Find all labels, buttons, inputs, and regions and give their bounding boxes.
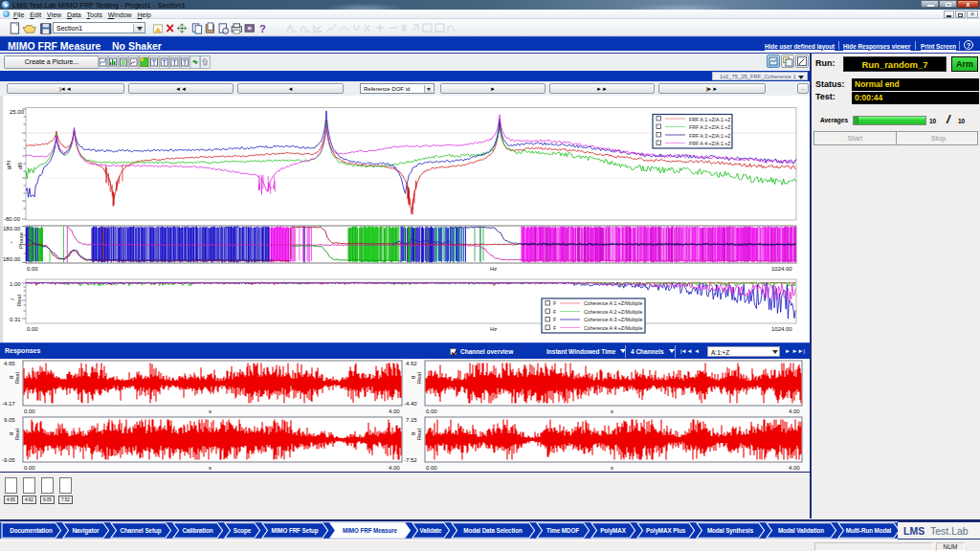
svg-text:Channel Setup: Channel Setup [121,527,162,535]
svg-text:F: F [553,325,556,331]
svg-text:s: s [611,408,613,414]
svg-text:Calibration: Calibration [183,527,213,534]
svg-text:Navigator: Navigator [72,527,100,535]
svg-text:s: s [209,408,212,414]
svg-text:1024.00: 1024.00 [771,326,792,332]
svg-text:Coherence A:3:+Z/Multiple: Coherence A:3:+Z/Multiple [584,317,642,322]
svg-text:180.00: 180.00 [3,226,21,231]
svg-text:1.00: 1.00 [10,281,21,287]
svg-text:4.00: 4.00 [389,465,400,471]
svg-text:MIMO FRF Measure: MIMO FRF Measure [343,527,397,534]
svg-text:Multi-Run Modal: Multi-Run Modal [846,527,892,534]
svg-text:Modal Validation: Modal Validation [778,527,824,534]
svg-text:0.00: 0.00 [426,408,437,414]
svg-text:4.65: 4.65 [4,361,15,366]
svg-text:FRF A:1:+Z/A:1:+Z: FRF A:1:+Z/A:1:+Z [689,117,731,122]
svg-text:-7.52: -7.52 [404,457,417,463]
svg-text:FRF A:2:+Z/A:1:+Z: FRF A:2:+Z/A:1:+Z [689,124,731,130]
svg-text:0.00: 0.00 [27,266,38,272]
svg-text:F: F [553,309,556,315]
svg-text:Validate: Validate [419,527,442,534]
svg-text:MIMO FRF Setup: MIMO FRF Setup [272,527,319,535]
svg-text:-4.17: -4.17 [2,401,15,407]
svg-text:Hz: Hz [490,266,497,272]
svg-text:Hz: Hz [490,326,497,332]
svg-text:0.31: 0.31 [10,317,21,322]
svg-text:Scope: Scope [234,527,252,535]
svg-text:4.00: 4.00 [389,408,400,414]
svg-text:s: s [209,465,212,471]
svg-text:-80.00: -80.00 [4,216,21,222]
svg-text:4.00: 4.00 [789,465,800,471]
svg-text:-180.00: -180.00 [1,256,21,262]
svg-text:0.00: 0.00 [27,326,38,332]
svg-text:FRF A:4:+Z/A:1:+Z: FRF A:4:+Z/A:1:+Z [689,141,731,146]
svg-text:F: F [553,317,556,322]
svg-text:Modal Data Selection: Modal Data Selection [463,527,523,534]
svg-text:Coherence A:2:+Z/Multiple: Coherence A:2:+Z/Multiple [584,309,642,315]
svg-text:s: s [611,465,613,471]
svg-text:FRF A:3:+Z/A:1:+Z: FRF A:3:+Z/A:1:+Z [689,133,731,139]
svg-text:?: ? [259,23,266,34]
svg-text:9.05: 9.05 [4,417,15,423]
svg-text:Coherence A:4:+Z/Multiple: Coherence A:4:+Z/Multiple [584,325,642,331]
svg-text:Time MDOF: Time MDOF [546,527,579,534]
svg-text:0.00: 0.00 [426,465,437,471]
svg-text:1024.00: 1024.00 [771,266,792,272]
svg-text:4.00: 4.00 [789,408,800,414]
svg-text:4.62: 4.62 [406,361,417,366]
svg-text:PolyMAX Plus: PolyMAX Plus [646,527,686,535]
svg-text:25.00: 25.00 [10,109,25,115]
svg-text:Coherence A:1:+Z/Multiple: Coherence A:1:+Z/Multiple [584,300,642,306]
svg-text:Modal Synthesis: Modal Synthesis [707,527,754,535]
svg-text:0.00: 0.00 [24,408,35,414]
svg-text:7.15: 7.15 [406,417,417,423]
svg-text:F: F [553,300,556,306]
svg-text:0.00: 0.00 [24,465,35,471]
svg-text:-4.40: -4.40 [404,401,417,407]
svg-text:-9.05: -9.05 [2,457,15,463]
svg-text:Documentation: Documentation [10,527,53,534]
svg-text:PolyMAX: PolyMAX [600,527,626,535]
